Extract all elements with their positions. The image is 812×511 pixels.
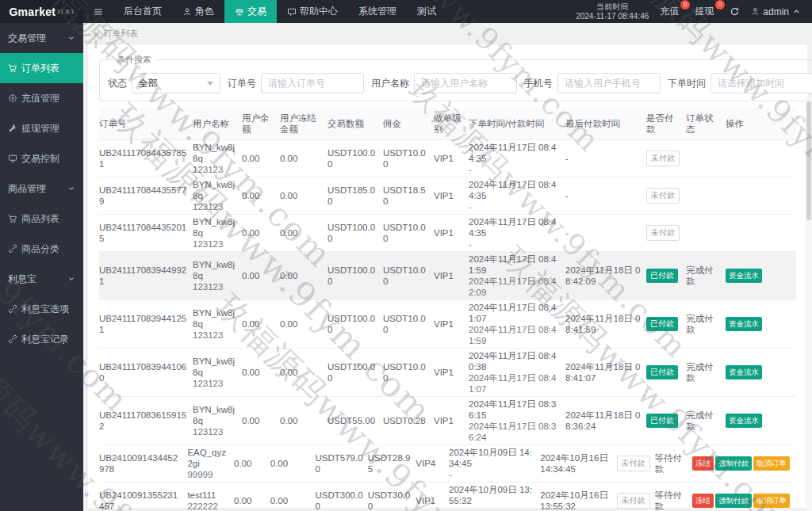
status-select[interactable]: 全部 [132,73,220,93]
user-frozen: 0.00 [270,495,316,506]
recharge-link[interactable]: 充值 0 [660,5,684,18]
pay-status-badge: 未付款 [617,456,650,471]
recharge-badge: 0 [680,0,690,10]
breadcrumb-label: 订单列表 [103,28,138,40]
pay-status-badge: 已付款 [646,269,678,283]
action-button[interactable]: 冻结 [692,456,714,471]
order-id: UB2411170844357851 [99,147,193,170]
user-menu[interactable]: admin [751,6,801,17]
user-balance: 0.00 [242,190,280,201]
actions-cell: 资金流水 [726,269,796,283]
action-button[interactable]: 取消订单 [753,494,790,508]
actions-cell: 冻结强制付款取消订单 [692,494,796,508]
sidebar-item-recharge[interactable]: 充值管理 [0,83,83,113]
pay-status-cell: 已付款 [646,365,686,379]
pay-status-badge: 未付款 [617,493,650,509]
action-button[interactable]: 资金流水 [726,269,762,283]
last-pay-time: 2024年10月16日 13:55:32 [540,490,616,511]
chat-icon [287,7,297,17]
monitor-icon [8,154,17,163]
pay-status-cell: 未付款 [646,188,686,204]
sidebar-item-product-list[interactable]: 商品列表 [0,204,83,234]
user-frozen: 0.00 [280,318,327,330]
action-button[interactable]: 资金流水 [726,365,762,379]
phone-input[interactable] [557,73,661,93]
order-table-body: UB2411170844357851BYN_kw8j8q1231230.000.… [99,140,796,511]
sidebar-item-orders[interactable]: 订单列表 [0,53,83,83]
app-version: 21.8.1 [57,9,74,14]
vip-level: VIP1 [434,190,469,201]
nav-item-home[interactable]: 后台首页 [113,0,172,23]
commission: USDT18.50 [383,185,434,207]
trade-amount: USDT100.00 [327,265,383,287]
trade-amount: USDT100.00 [327,147,383,170]
username-input[interactable] [414,73,517,93]
sidebar-group-interest[interactable]: 利息宝 [0,264,83,294]
top-nav: 后台首页 角色 交易 帮助中心 系统管理 测试 [83,0,446,23]
status-label: 状态 [108,77,127,90]
table-row: UB2410091434452978EAQ_qyz2gi999990.000.0… [99,445,796,482]
pay-status-badge: 已付款 [646,414,678,428]
last-pay-time: - [565,190,646,201]
sidebar-item-withdraw[interactable]: 提现管理 [0,113,83,143]
action-button[interactable]: 冻结 [692,494,714,508]
pay-status-badge: 已付款 [646,317,678,331]
order-time-input[interactable] [710,73,812,93]
user-cell: BYN_kw8j8q123123 [193,404,242,437]
sidebar-group-products[interactable]: 商品管理 [0,174,83,204]
actions-cell: 资金流水 [726,414,796,428]
topbar: Gmarket21.8.1 后台首页 角色 交易 帮助中心 系统管理 测试 当前… [0,0,812,23]
order-time-cell: 2024年11月17日 08:41:592024年11月17日 08:42:09 [469,254,565,298]
sidebar-group-trade[interactable]: 交易管理 [0,23,83,53]
action-button[interactable]: 强制付款 [715,494,752,508]
vip-level: VIP1 [434,227,469,238]
pay-status-cell: 未付款 [646,151,686,166]
current-time: 当前时间 2024-11-17 08:44:46 [576,2,649,21]
order-time-cell: 2024年11月17日 08:44:35- [469,179,565,212]
vip-level: VIP1 [434,153,469,164]
user-cell: BYN_kw8j8q123123 [193,179,242,212]
nav-item-help[interactable]: 帮助中心 [277,0,348,23]
trade-amount: USDT579.00 [315,452,367,475]
order-no-input[interactable] [261,73,364,93]
menu-toggle-button[interactable] [83,0,113,23]
scrollbar-thumb[interactable] [806,101,811,220]
commission: USDT0.28 [383,415,434,426]
action-button[interactable]: 资金流水 [726,317,762,331]
table-row: UB2411170844352015BYN_kw8j8q1231230.000.… [99,215,796,252]
pay-status-badge: 未付款 [646,188,680,204]
user-cell: BYN_kw8j8q123123 [193,216,242,250]
order-time-cell: 2024年10月09日 13:55:32- [449,484,540,511]
nav-item-roles[interactable]: 角色 [172,0,224,23]
vip-level: VIP1 [434,318,469,330]
nav-item-system[interactable]: 系统管理 [348,0,407,23]
action-button[interactable]: 强制付款 [715,456,752,471]
pay-status-badge: 未付款 [646,225,680,241]
sidebar-item-interest-options[interactable]: 利息宝选项 [0,294,83,324]
action-button[interactable]: 取消订单 [753,456,790,471]
sidebar-item-interest-records[interactable]: 利息宝记录 [0,324,83,354]
vip-level: VIP1 [416,495,449,506]
sidebar-item-product-category[interactable]: 商品分类 [0,234,83,264]
action-button[interactable]: 资金流水 [726,414,762,428]
order-time-cell: 2024年11月17日 08:40:382024年11月17日 08:41:07 [469,350,565,395]
vip-level: VIP1 [434,270,469,281]
order-id: UB2411170839441251 [99,313,193,335]
order-id: UB2411170844352015 [99,222,193,244]
refresh-icon[interactable] [730,6,740,17]
trade-amount: USDT100.00 [327,222,383,244]
user-icon [751,7,760,16]
breadcrumb: » 订单列表 [83,23,812,44]
order-time-cell: 2024年11月17日 08:41:072024年11月17日 08:41:59 [469,302,565,346]
order-status: 等待付款 [655,452,692,475]
scrollbar-track[interactable] [806,97,812,511]
order-status: 完成付款 [686,265,726,287]
pay-status-cell: 已付款 [646,269,686,283]
chevron-down-icon [67,275,75,283]
nav-item-trade[interactable]: 交易 [224,0,277,23]
sidebar-item-trade-control[interactable]: 交易控制 [0,143,83,174]
table-header-row: 订单号 用户名称 用户余额 用户冻结金额 交易数额 佣金 做单级别 下单时间/付… [99,108,796,140]
nav-item-test[interactable]: 测试 [407,0,446,23]
withdraw-link[interactable]: 提现 0 [695,5,718,18]
pay-status-cell: 已付款 [646,317,686,331]
